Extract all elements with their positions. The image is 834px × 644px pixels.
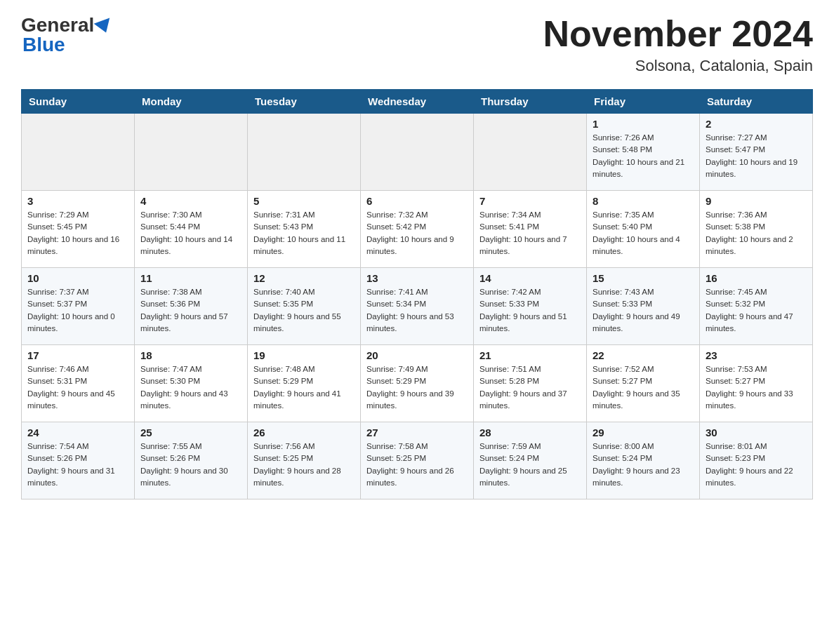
- calendar-week-row: 17Sunrise: 7:46 AMSunset: 5:31 PMDayligh…: [22, 345, 813, 422]
- day-number: 17: [27, 349, 128, 361]
- calendar-cell: 21Sunrise: 7:51 AMSunset: 5:28 PMDayligh…: [474, 345, 587, 422]
- day-number: 30: [706, 427, 807, 438]
- weekday-header-row: SundayMondayTuesdayWednesdayThursdayFrid…: [22, 90, 813, 114]
- day-number: 6: [366, 195, 468, 207]
- day-info: Sunrise: 7:45 AMSunset: 5:32 PMDaylight:…: [706, 286, 807, 335]
- day-number: 27: [366, 427, 468, 438]
- weekday-header-saturday: Saturday: [700, 90, 813, 114]
- day-info: Sunrise: 7:40 AMSunset: 5:35 PMDaylight:…: [253, 286, 355, 335]
- day-number: 1: [593, 118, 694, 130]
- day-number: 7: [479, 195, 581, 207]
- calendar-cell: 20Sunrise: 7:49 AMSunset: 5:29 PMDayligh…: [361, 345, 474, 422]
- calendar-cell: 26Sunrise: 7:56 AMSunset: 5:25 PMDayligh…: [248, 422, 361, 499]
- day-number: 26: [253, 427, 355, 438]
- day-number: 2: [706, 118, 807, 130]
- calendar-cell: 15Sunrise: 7:43 AMSunset: 5:33 PMDayligh…: [587, 268, 700, 345]
- day-number: 12: [253, 272, 355, 284]
- calendar-week-row: 3Sunrise: 7:29 AMSunset: 5:45 PMDaylight…: [22, 191, 813, 268]
- day-number: 11: [140, 272, 241, 284]
- weekday-header-sunday: Sunday: [22, 90, 135, 114]
- day-number: 4: [140, 195, 241, 207]
- day-info: Sunrise: 7:59 AMSunset: 5:24 PMDaylight:…: [479, 441, 581, 489]
- calendar-cell: 17Sunrise: 7:46 AMSunset: 5:31 PMDayligh…: [22, 345, 135, 422]
- day-info: Sunrise: 7:42 AMSunset: 5:33 PMDaylight:…: [479, 286, 581, 335]
- day-info: Sunrise: 7:54 AMSunset: 5:26 PMDaylight:…: [27, 441, 128, 489]
- day-info: Sunrise: 7:38 AMSunset: 5:36 PMDaylight:…: [140, 286, 241, 335]
- calendar-cell: 24Sunrise: 7:54 AMSunset: 5:26 PMDayligh…: [22, 422, 135, 499]
- day-info: Sunrise: 7:56 AMSunset: 5:25 PMDaylight:…: [253, 441, 355, 489]
- calendar-cell: 11Sunrise: 7:38 AMSunset: 5:36 PMDayligh…: [135, 268, 248, 345]
- title-block: November 2024 Solsona, Catalonia, Spain: [543, 14, 813, 75]
- calendar-cell: 28Sunrise: 7:59 AMSunset: 5:24 PMDayligh…: [474, 422, 587, 499]
- day-number: 9: [706, 195, 807, 207]
- page-subtitle: Solsona, Catalonia, Spain: [543, 57, 813, 75]
- page-header: General Blue November 2024 Solsona, Cata…: [21, 14, 813, 75]
- calendar-cell: 16Sunrise: 7:45 AMSunset: 5:32 PMDayligh…: [700, 268, 813, 345]
- day-info: Sunrise: 7:29 AMSunset: 5:45 PMDaylight:…: [27, 209, 128, 257]
- day-number: 13: [366, 272, 468, 284]
- day-number: 25: [140, 427, 241, 438]
- calendar-cell: [248, 114, 361, 191]
- calendar-header: SundayMondayTuesdayWednesdayThursdayFrid…: [22, 90, 813, 114]
- day-number: 15: [593, 272, 694, 284]
- day-info: Sunrise: 7:43 AMSunset: 5:33 PMDaylight:…: [593, 286, 694, 335]
- calendar-body: 1Sunrise: 7:26 AMSunset: 5:48 PMDaylight…: [22, 114, 813, 499]
- day-info: Sunrise: 7:36 AMSunset: 5:38 PMDaylight:…: [706, 209, 807, 257]
- page-title: November 2024: [543, 14, 813, 54]
- calendar-cell: [135, 114, 248, 191]
- day-info: Sunrise: 7:27 AMSunset: 5:47 PMDaylight:…: [706, 132, 807, 180]
- calendar-cell: 10Sunrise: 7:37 AMSunset: 5:37 PMDayligh…: [22, 268, 135, 345]
- day-info: Sunrise: 7:34 AMSunset: 5:41 PMDaylight:…: [479, 209, 581, 257]
- calendar-cell: 18Sunrise: 7:47 AMSunset: 5:30 PMDayligh…: [135, 345, 248, 422]
- calendar-week-row: 24Sunrise: 7:54 AMSunset: 5:26 PMDayligh…: [22, 422, 813, 499]
- day-number: 3: [27, 195, 128, 207]
- calendar-cell: 29Sunrise: 8:00 AMSunset: 5:24 PMDayligh…: [587, 422, 700, 499]
- weekday-header-friday: Friday: [587, 90, 700, 114]
- weekday-header-thursday: Thursday: [474, 90, 587, 114]
- weekday-header-monday: Monday: [135, 90, 248, 114]
- logo-triangle-icon: [94, 18, 114, 35]
- calendar-cell: 14Sunrise: 7:42 AMSunset: 5:33 PMDayligh…: [474, 268, 587, 345]
- day-info: Sunrise: 7:31 AMSunset: 5:43 PMDaylight:…: [253, 209, 355, 257]
- calendar-cell: 1Sunrise: 7:26 AMSunset: 5:48 PMDaylight…: [587, 114, 700, 191]
- weekday-header-tuesday: Tuesday: [248, 90, 361, 114]
- day-info: Sunrise: 7:49 AMSunset: 5:29 PMDaylight:…: [366, 363, 468, 412]
- calendar-cell: 25Sunrise: 7:55 AMSunset: 5:26 PMDayligh…: [135, 422, 248, 499]
- day-info: Sunrise: 7:35 AMSunset: 5:40 PMDaylight:…: [593, 209, 694, 257]
- day-number: 19: [253, 349, 355, 361]
- calendar-cell: 8Sunrise: 7:35 AMSunset: 5:40 PMDaylight…: [587, 191, 700, 268]
- day-number: 22: [593, 349, 694, 361]
- day-info: Sunrise: 7:48 AMSunset: 5:29 PMDaylight:…: [253, 363, 355, 412]
- day-info: Sunrise: 7:41 AMSunset: 5:34 PMDaylight:…: [366, 286, 468, 335]
- day-info: Sunrise: 8:01 AMSunset: 5:23 PMDaylight:…: [706, 441, 807, 489]
- day-info: Sunrise: 7:37 AMSunset: 5:37 PMDaylight:…: [27, 286, 128, 335]
- day-number: 28: [479, 427, 581, 438]
- calendar-cell: 19Sunrise: 7:48 AMSunset: 5:29 PMDayligh…: [248, 345, 361, 422]
- calendar-cell: 27Sunrise: 7:58 AMSunset: 5:25 PMDayligh…: [361, 422, 474, 499]
- day-info: Sunrise: 7:52 AMSunset: 5:27 PMDaylight:…: [593, 363, 694, 412]
- day-number: 23: [706, 349, 807, 361]
- calendar-cell: 30Sunrise: 8:01 AMSunset: 5:23 PMDayligh…: [700, 422, 813, 499]
- day-number: 5: [253, 195, 355, 207]
- logo-blue-text: Blue: [22, 34, 65, 56]
- day-info: Sunrise: 7:26 AMSunset: 5:48 PMDaylight:…: [593, 132, 694, 180]
- calendar-week-row: 1Sunrise: 7:26 AMSunset: 5:48 PMDaylight…: [22, 114, 813, 191]
- calendar-cell: [474, 114, 587, 191]
- calendar-cell: [361, 114, 474, 191]
- logo-blue-row: Blue: [22, 34, 65, 56]
- day-number: 20: [366, 349, 468, 361]
- day-number: 29: [593, 427, 694, 438]
- calendar-cell: 23Sunrise: 7:53 AMSunset: 5:27 PMDayligh…: [700, 345, 813, 422]
- calendar-cell: 3Sunrise: 7:29 AMSunset: 5:45 PMDaylight…: [22, 191, 135, 268]
- day-number: 10: [27, 272, 128, 284]
- day-info: Sunrise: 7:30 AMSunset: 5:44 PMDaylight:…: [140, 209, 241, 257]
- day-info: Sunrise: 8:00 AMSunset: 5:24 PMDaylight:…: [593, 441, 694, 489]
- logo: General Blue: [21, 14, 112, 56]
- calendar-week-row: 10Sunrise: 7:37 AMSunset: 5:37 PMDayligh…: [22, 268, 813, 345]
- day-info: Sunrise: 7:53 AMSunset: 5:27 PMDaylight:…: [706, 363, 807, 412]
- calendar-cell: 5Sunrise: 7:31 AMSunset: 5:43 PMDaylight…: [248, 191, 361, 268]
- calendar-cell: 7Sunrise: 7:34 AMSunset: 5:41 PMDaylight…: [474, 191, 587, 268]
- day-number: 24: [27, 427, 128, 438]
- day-info: Sunrise: 7:55 AMSunset: 5:26 PMDaylight:…: [140, 441, 241, 489]
- day-info: Sunrise: 7:58 AMSunset: 5:25 PMDaylight:…: [366, 441, 468, 489]
